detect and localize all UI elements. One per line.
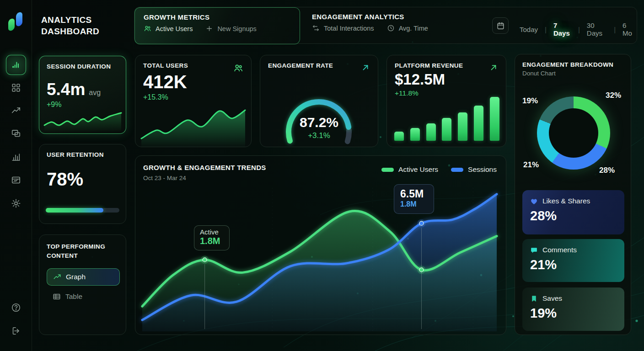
engagement-analytics-title: ENGAGEMENT ANALYTICS (312, 13, 428, 21)
tooltip-sessions-value: 6.5M (400, 188, 428, 200)
callout-value: 1.8M (200, 236, 224, 246)
saves-label: Saves (542, 294, 562, 303)
trends-line-chart (135, 156, 506, 335)
sidebar-item-reports[interactable] (11, 152, 21, 162)
filter-30-days[interactable]: 30 Days (585, 21, 609, 38)
trending-up-icon (11, 106, 21, 116)
app-logo (8, 12, 25, 32)
sidebar-item-dashboard-grid[interactable] (11, 83, 21, 93)
likes-shares-tile[interactable]: Likes & Shares 28% (522, 190, 624, 234)
bar-chart-icon (11, 60, 21, 70)
sidebar (0, 0, 32, 351)
active-users-toggle[interactable]: Active Users (156, 25, 193, 32)
breakdown-subtitle: Donut Chart (522, 70, 623, 77)
swap-arrows-icon (312, 24, 320, 32)
legend-item-active-users[interactable]: Active Users (381, 165, 438, 174)
likes-shares-label: Likes & Shares (542, 197, 590, 205)
callout-label: Active (200, 228, 224, 236)
engagement-rate-value: 87.2% (260, 115, 378, 130)
revenue-bar (490, 97, 499, 141)
session-duration-unit: avg (89, 89, 101, 97)
revenue-bar (442, 118, 451, 141)
sidebar-item-analytics-active[interactable] (6, 55, 26, 75)
donut-label-32: 32% (606, 91, 621, 100)
heart-icon (530, 197, 538, 205)
filter-6-mo[interactable]: 6 Mo (621, 21, 637, 38)
users-group-icon (233, 63, 243, 73)
likes-shares-value: 28% (530, 208, 617, 223)
sidebar-item-help[interactable] (11, 303, 21, 313)
session-sparkline-chart (43, 107, 123, 131)
retention-progress-track (46, 208, 119, 213)
sidebar-item-devices[interactable] (11, 128, 21, 138)
active-users-legend-label: Active Users (398, 165, 438, 174)
revenue-bar (394, 132, 404, 141)
donut-label-28: 28% (599, 166, 615, 175)
open-revenue-arrow-icon[interactable] (489, 63, 498, 72)
revenue-bar (410, 128, 420, 141)
table-icon (53, 292, 61, 301)
calendar-button[interactable] (492, 17, 509, 34)
growth-metrics-panel: GROWTH METRICS Active Users New Signups (134, 7, 300, 44)
total-users-value: 412K (143, 72, 243, 92)
total-users-card: TOTAL USERS 412K +15.3% (135, 55, 252, 147)
comments-tile[interactable]: Comments 21% (522, 239, 624, 282)
active-users-legend-swatch (381, 168, 394, 172)
chart-tooltip: 6.5M 1.8M (394, 184, 434, 214)
header-bar: GROWTH METRICS Active Users New Signups … (134, 7, 637, 44)
view-option-graph[interactable]: Graph (47, 268, 120, 286)
gear-icon (11, 198, 21, 208)
revenue-bar (458, 112, 467, 141)
calendar-icon (496, 21, 505, 30)
time-range-filters: Today|7 Days|30 Days|6 Mo (518, 21, 637, 38)
comments-label: Comments (542, 246, 577, 254)
engagement-breakdown-card: ENGAGEMENT BREAKDOWN Donut Chart 19% 32%… (515, 54, 631, 335)
trends-date-range: Oct 23 - Mar 24 (143, 175, 186, 181)
total-interactions-toggle[interactable]: Total Interactions (324, 25, 374, 32)
logo-blue-bar (16, 11, 22, 27)
revenue-bar (426, 123, 436, 141)
total-users-title: TOTAL USERS (143, 62, 243, 69)
chart-callout: Active 1.8M (194, 225, 230, 250)
view-option-table[interactable]: Table (47, 292, 118, 301)
comments-value: 21% (530, 257, 617, 272)
growth-metrics-title: GROWTH METRICS (144, 13, 291, 21)
engagement-donut-chart (537, 96, 610, 170)
donut-label-21: 21% (523, 160, 539, 170)
filter-separator: | (614, 26, 616, 33)
user-retention-value: 78% (47, 169, 118, 190)
filter-separator: | (545, 26, 547, 33)
users-icon (144, 25, 151, 32)
session-duration-title: SESSION DURATION (47, 63, 118, 70)
graph-icon (53, 273, 61, 281)
tooltip-active-value: 1.8M (400, 200, 428, 208)
page-title: ANALYTICS DASHBOARD (41, 14, 123, 37)
revenue-bar-chart (394, 96, 499, 141)
filter-7-days[interactable]: 7 Days (552, 21, 573, 38)
sessions-legend-swatch (451, 168, 463, 172)
table-option-label: Table (65, 292, 82, 301)
clock-icon (387, 24, 395, 32)
screens-icon (11, 128, 21, 138)
graph-option-label: Graph (66, 273, 86, 281)
sidebar-item-billing[interactable] (11, 175, 21, 185)
sidebar-item-logout[interactable] (11, 326, 21, 336)
legend-item-sessions[interactable]: Sessions (451, 165, 497, 174)
logo-green-bar (8, 18, 15, 32)
session-duration-card: SESSION DURATION 5.4m avg +9% (39, 56, 126, 134)
sidebar-item-trends[interactable] (11, 106, 21, 116)
filter-today[interactable]: Today (518, 25, 540, 34)
platform-revenue-value: $12.5M (395, 71, 498, 88)
new-signups-toggle[interactable]: New Signups (217, 25, 256, 32)
trends-legend: Active Users Sessions (381, 165, 497, 174)
grid-icon (11, 83, 21, 93)
sidebar-item-settings[interactable] (11, 198, 21, 208)
saves-value: 19% (530, 306, 617, 321)
help-icon (11, 303, 21, 313)
engagement-rate-card: ENGAGEMENT RATE 87.2% +3.1% (260, 55, 378, 147)
engagement-rate-delta: +3.1% (260, 131, 378, 140)
top-content-title: TOP PERFORMING CONTENT (47, 242, 111, 260)
avg-time-toggle[interactable]: Avg. Time (399, 25, 428, 32)
comment-icon (530, 246, 538, 254)
saves-tile[interactable]: Saves 19% (522, 287, 624, 331)
